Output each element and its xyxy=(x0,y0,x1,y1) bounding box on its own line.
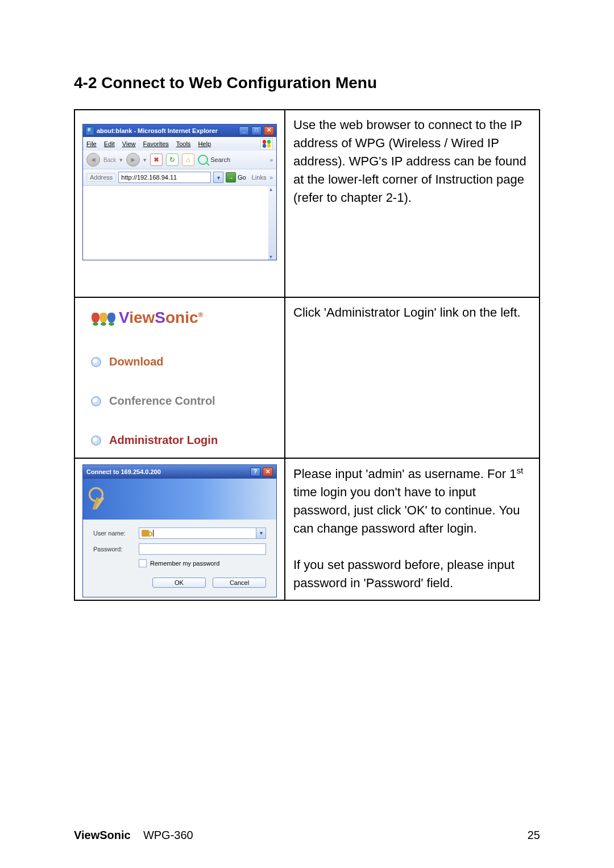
toolbar: ◄ Back ▾ ► ▾ ✖ ↻ ⌂ Search » xyxy=(83,151,276,169)
ie-window: about:blank - Microsoft Internet Explore… xyxy=(82,124,277,260)
address-input[interactable] xyxy=(118,172,211,183)
ie-icon xyxy=(85,126,94,135)
menu-file[interactable]: File xyxy=(86,140,97,147)
forward-button[interactable]: ► xyxy=(126,153,140,167)
search-icon xyxy=(198,155,208,165)
links-label[interactable]: Links xyxy=(252,174,267,181)
footer-brand: ViewSonic xyxy=(74,829,131,841)
menu-bar: File Edit View Favorites Tools Help xyxy=(83,137,276,151)
instruction-table: about:blank - Microsoft Internet Explore… xyxy=(74,109,540,601)
row3-text: Please input 'admin' as username. For 1s… xyxy=(285,458,540,600)
remember-password-checkbox[interactable]: Remember my password xyxy=(139,559,266,567)
viewsonic-panel: ViewSonic® Download Conference Control xyxy=(83,309,276,447)
stop-button[interactable]: ✖ xyxy=(150,153,163,166)
menu-edit[interactable]: Edit xyxy=(104,140,115,147)
ie-title-text: about:blank - Microsoft Internet Explore… xyxy=(97,127,218,134)
password-label: Password: xyxy=(93,546,139,553)
ie-content-area xyxy=(83,185,276,260)
address-label: Address xyxy=(86,173,116,182)
address-bar: Address ▾ → Go Links » xyxy=(83,169,276,185)
help-icon[interactable]: ? xyxy=(250,467,260,476)
birds-icon xyxy=(92,313,115,323)
refresh-button[interactable]: ↻ xyxy=(166,153,179,166)
minimize-icon[interactable]: _ xyxy=(239,126,249,135)
checkbox-icon xyxy=(139,559,147,567)
maximize-icon[interactable]: □ xyxy=(251,126,262,135)
conference-control-link[interactable]: Conference Control xyxy=(91,394,268,408)
go-icon: → xyxy=(226,172,236,182)
row2-text: Click 'Administrator Login' link on the … xyxy=(285,297,540,458)
ie-titlebar: about:blank - Microsoft Internet Explore… xyxy=(83,124,276,137)
menu-tools[interactable]: Tools xyxy=(176,140,191,147)
username-field[interactable]: ▾ xyxy=(139,528,266,539)
go-button[interactable]: → Go xyxy=(226,172,246,182)
administrator-login-link[interactable]: Administrator Login xyxy=(91,434,268,447)
viewsonic-logo: ViewSonic® xyxy=(83,309,276,355)
key-icon xyxy=(142,530,150,537)
page-footer: ViewSonic WPG-360 25 xyxy=(74,829,540,842)
login-titlebar: Connect to 169.254.0.200 ? ✕ xyxy=(83,465,276,479)
row3-image-cell: Connect to 169.254.0.200 ? ✕ User xyxy=(74,458,285,600)
row1-text: Use the web browser to connect to the IP… xyxy=(285,110,540,297)
ok-button[interactable]: OK xyxy=(152,578,206,588)
bullet-icon xyxy=(91,396,101,406)
login-title-text: Connect to 169.254.0.200 xyxy=(86,468,161,475)
home-button[interactable]: ⌂ xyxy=(182,153,194,166)
row2-image-cell: ViewSonic® Download Conference Control xyxy=(74,297,285,458)
windows-flag-icon xyxy=(260,138,273,149)
download-link[interactable]: Download xyxy=(91,355,268,368)
menu-help[interactable]: Help xyxy=(198,140,211,147)
login-banner xyxy=(83,479,276,520)
password-field[interactable] xyxy=(139,543,266,555)
cancel-button[interactable]: Cancel xyxy=(213,578,266,588)
back-button[interactable]: ◄ xyxy=(86,153,100,167)
menu-view[interactable]: View xyxy=(122,140,136,147)
username-label: User name: xyxy=(93,530,139,537)
search-button[interactable]: Search xyxy=(198,155,230,165)
close-icon[interactable]: ✕ xyxy=(263,467,273,476)
back-label: Back xyxy=(103,157,116,163)
page-number: 25 xyxy=(528,829,540,842)
window-buttons: _ □ ✕ xyxy=(238,126,274,135)
address-dropdown-icon[interactable]: ▾ xyxy=(213,172,223,183)
menu-favorites[interactable]: Favorites xyxy=(143,140,169,147)
section-title: 4-2 Connect to Web Configuration Menu xyxy=(74,74,540,92)
keys-icon xyxy=(89,487,108,511)
scrollbar[interactable] xyxy=(268,186,276,260)
bullet-icon xyxy=(91,435,101,446)
bullet-icon xyxy=(91,357,101,367)
links-chevron-icon[interactable]: » xyxy=(269,175,273,181)
footer-model: WPG-360 xyxy=(143,829,193,841)
toolbar-chevron-icon[interactable]: » xyxy=(269,157,273,163)
login-dialog: Connect to 169.254.0.200 ? ✕ User xyxy=(82,464,277,597)
row1-image-cell: about:blank - Microsoft Internet Explore… xyxy=(74,110,285,297)
username-dropdown-icon[interactable]: ▾ xyxy=(256,528,265,538)
close-icon[interactable]: ✕ xyxy=(264,126,274,135)
